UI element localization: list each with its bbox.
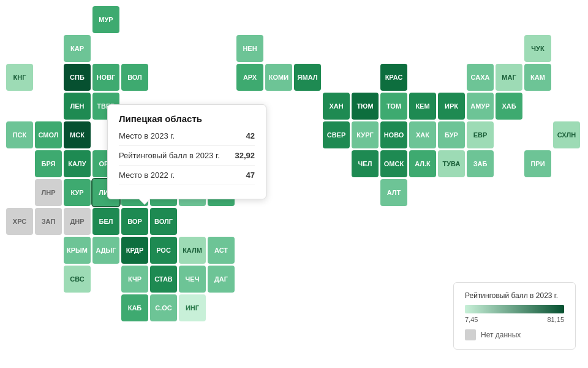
- region-cell-ТВЕР[interactable]: ТВЕР: [92, 93, 119, 120]
- grid-empty-13-11: [352, 294, 379, 321]
- region-cell-ЗАБ[interactable]: ЗАБ: [467, 150, 494, 177]
- region-cell-ЛНР[interactable]: ЛНР: [35, 179, 62, 206]
- region-cell-ОРЛ[interactable]: ОРЛ: [92, 150, 119, 177]
- region-cell-БРЯ[interactable]: БРЯ: [35, 150, 62, 177]
- region-cell-ОМСК[interactable]: ОМСК: [380, 150, 407, 177]
- region-cell-ДНР[interactable]: ДНР: [64, 208, 91, 235]
- region-cell-СВЕР[interactable]: СВЕР: [323, 121, 350, 148]
- region-cell-КРАС[interactable]: КРАС: [380, 64, 407, 91]
- grid-empty-12-11: [323, 294, 350, 321]
- region-cell-СХЛН[interactable]: СХЛН: [553, 121, 580, 148]
- grid-empty-12-10: [323, 266, 350, 293]
- grid-empty-11-7: [294, 179, 321, 206]
- region-cell-ЛЕН[interactable]: ЛЕН: [64, 93, 91, 120]
- region-cell-ЧЕЛ[interactable]: ЧЕЛ: [352, 150, 379, 177]
- grid-empty-8-8: [208, 208, 235, 235]
- region-cell-АЛТ[interactable]: АЛТ: [380, 179, 407, 206]
- region-cell-ТУВА[interactable]: ТУВА: [438, 150, 465, 177]
- region-cell-АРХ[interactable]: АРХ: [236, 64, 263, 91]
- region-cell-ВОЛГ[interactable]: ВОЛГ: [150, 208, 177, 235]
- region-cell-КНГ[interactable]: КНГ: [6, 64, 33, 91]
- region-cell-САР[interactable]: САР: [179, 179, 206, 206]
- region-cell-ПРИ[interactable]: ПРИ: [524, 150, 551, 177]
- grid-empty-13-9: [352, 237, 379, 264]
- region-cell-КАЛУ[interactable]: КАЛУ: [64, 150, 91, 177]
- region-cell-ТЮМ[interactable]: ТЮМ: [352, 93, 379, 120]
- region-cell-ЗАП[interactable]: ЗАП: [35, 208, 62, 235]
- grid-empty-19-7: [524, 179, 551, 206]
- region-cell-ДАГ[interactable]: ДАГ: [208, 266, 235, 293]
- region-cell-ХРС[interactable]: ХРС: [6, 208, 33, 235]
- region-cell-КАР[interactable]: КАР: [64, 35, 91, 62]
- grid-empty-20-1: [553, 6, 580, 33]
- region-cell-МУР[interactable]: МУР: [92, 6, 119, 33]
- grid-empty-15-10: [409, 266, 436, 293]
- region-cell-МАГ[interactable]: МАГ: [496, 64, 522, 91]
- region-cell-КРЫМ[interactable]: КРЫМ: [64, 237, 91, 264]
- region-cell-СМОЛ[interactable]: СМОЛ: [35, 121, 62, 148]
- region-cell-ПЕН[interactable]: ПЕН: [150, 179, 177, 206]
- grid-empty-9-8: [236, 208, 263, 235]
- region-cell-АДЫГ[interactable]: АДЫГ: [92, 237, 119, 264]
- region-cell-ХАБ[interactable]: ХАБ: [496, 93, 522, 120]
- region-cell-ИРК[interactable]: ИРК: [438, 93, 465, 120]
- grid-empty-7-6: [179, 150, 206, 177]
- grid-empty-2-3: [35, 64, 62, 91]
- region-cell-БЕЛ[interactable]: БЕЛ: [92, 208, 119, 235]
- region-cell-КРДР[interactable]: КРДР: [121, 237, 148, 264]
- region-cell-СВС[interactable]: СВС: [64, 266, 91, 293]
- region-cell-НОВГ[interactable]: НОВГ: [92, 64, 119, 91]
- region-cell-ЯМАЛ[interactable]: ЯМАЛ: [294, 64, 321, 91]
- grid-empty-12-8: [323, 208, 350, 235]
- grid-empty-16-7: [438, 179, 465, 206]
- region-cell-КУРГ[interactable]: КУРГ: [352, 121, 379, 148]
- region-cell-СТАВ[interactable]: СТАВ: [150, 266, 177, 293]
- grid-empty-16-9: [438, 237, 465, 264]
- region-cell-ХАК[interactable]: ХАК: [409, 121, 436, 148]
- region-cell-НЕН[interactable]: НЕН: [236, 35, 263, 62]
- grid-empty-11-2: [294, 35, 321, 62]
- region-cell-НОВО[interactable]: НОВО: [380, 121, 407, 148]
- region-cell-МСК[interactable]: МСК: [64, 121, 91, 148]
- grid-empty-8-4: [208, 93, 235, 120]
- region-cell-ВОЛ[interactable]: ВОЛ: [121, 64, 148, 91]
- region-cell-ЧЕЧ[interactable]: ЧЕЧ: [179, 266, 206, 293]
- region-cell-ПСК[interactable]: ПСК: [6, 121, 33, 148]
- grid-empty-17-2: [467, 35, 494, 62]
- region-cell-КУР[interactable]: КУР: [64, 179, 91, 206]
- grid-empty-11-11: [294, 294, 321, 321]
- region-cell-КАЛМ[interactable]: КАЛМ: [179, 237, 206, 264]
- grid-empty-14-11: [380, 294, 407, 321]
- region-cell-АСТ[interactable]: АСТ: [208, 237, 235, 264]
- region-cell-ЧУК[interactable]: ЧУК: [524, 35, 551, 62]
- grid-empty-14-8: [380, 208, 407, 235]
- region-cell-ТОМ[interactable]: ТОМ: [380, 93, 407, 120]
- grid-empty-2-10: [35, 266, 62, 293]
- region-cell-АМУР[interactable]: АМУР: [467, 93, 494, 120]
- region-cell-ВОР[interactable]: ВОР: [121, 208, 148, 235]
- region-cell-КЕМ[interactable]: КЕМ: [409, 93, 436, 120]
- region-cell-ЛИП[interactable]: ЛИП: [92, 179, 119, 206]
- region-cell-РОС[interactable]: РОС: [150, 237, 177, 264]
- grid-empty-19-1: [524, 6, 551, 33]
- legend-gradient: [465, 305, 564, 313]
- region-cell-КАМ[interactable]: КАМ: [524, 64, 551, 91]
- region-cell-ЕВР[interactable]: ЕВР: [467, 121, 494, 148]
- region-cell-ТАМ[interactable]: ТАМ: [121, 179, 148, 206]
- grid-empty-20-7: [553, 179, 580, 206]
- region-cell-СПБ[interactable]: СПБ: [64, 64, 91, 91]
- grid-empty-16-2: [438, 35, 465, 62]
- region-cell-АЛ.К[interactable]: АЛ.К: [409, 150, 436, 177]
- grid-empty-12-3: [323, 64, 350, 91]
- region-cell-КЧР[interactable]: КЧР: [121, 266, 148, 293]
- region-cell-КОМИ[interactable]: КОМИ: [265, 64, 292, 91]
- region-cell-ОРНБ[interactable]: ОРНБ: [208, 179, 235, 206]
- region-cell-КАБ[interactable]: КАБ: [121, 294, 148, 321]
- region-cell-САХА[interactable]: САХА: [467, 64, 494, 91]
- region-cell-С.ОС[interactable]: С.ОС: [150, 294, 177, 321]
- region-cell-ХАН[interactable]: ХАН: [323, 93, 350, 120]
- region-cell-ИНГ[interactable]: ИНГ: [179, 294, 206, 321]
- grid-empty-2-1: [35, 6, 62, 33]
- region-cell-БУР[interactable]: БУР: [438, 121, 465, 148]
- grid-empty-9-4: [236, 93, 263, 120]
